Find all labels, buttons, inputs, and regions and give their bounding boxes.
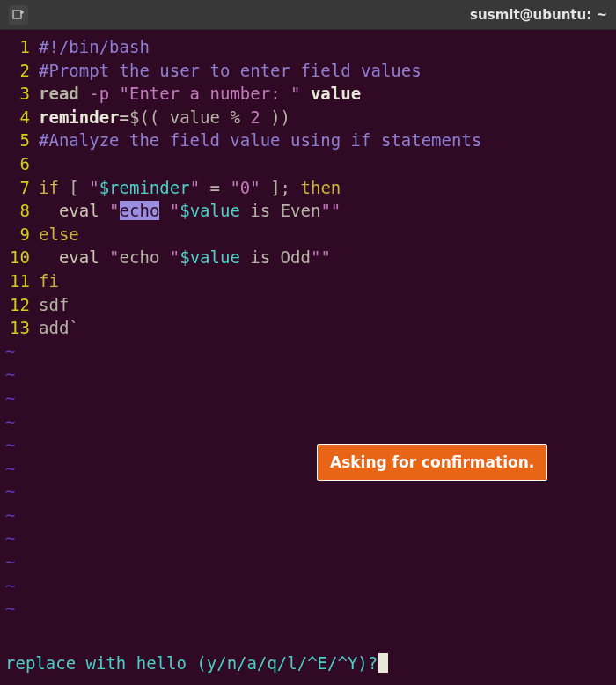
code-line[interactable]: 9else bbox=[0, 223, 616, 247]
empty-buffer-tilde: ~ bbox=[0, 574, 616, 598]
svg-rect-0 bbox=[13, 11, 21, 18]
line-code: #Analyze the field value using if statem… bbox=[39, 129, 481, 152]
cmdline-prompt: replace with hello (y/n/a/q/l/^E/^Y)? bbox=[5, 653, 378, 673]
empty-buffer-tilde: ~ bbox=[0, 363, 616, 387]
line-code: read -p "Enter a number: " value bbox=[39, 82, 361, 106]
code-line[interactable]: 10 eval "echo "$value is Odd"" bbox=[0, 246, 616, 269]
code-line[interactable]: 4reminder=$(( value % 2 )) bbox=[0, 106, 616, 129]
window-title: susmit@ubuntu: ~ bbox=[470, 7, 607, 23]
empty-buffer-tilde: ~ bbox=[0, 340, 616, 364]
line-number: 2 bbox=[0, 59, 39, 83]
line-number: 10 bbox=[0, 246, 39, 269]
line-code: if [ "$reminder" = "0" ]; then bbox=[39, 176, 341, 200]
line-number: 7 bbox=[0, 176, 39, 200]
code-editor[interactable]: 1#!/bin/bash2#Prompt the user to enter f… bbox=[0, 30, 616, 621]
line-code: #!/bin/bash bbox=[39, 35, 150, 59]
annotation-text: Asking for confirmation. bbox=[330, 453, 534, 471]
empty-buffer-tilde: ~ bbox=[0, 387, 616, 410]
line-code: add` bbox=[39, 316, 79, 340]
line-number: 1 bbox=[0, 35, 39, 59]
empty-buffer-tilde: ~ bbox=[0, 504, 616, 527]
line-number: 4 bbox=[0, 106, 39, 129]
line-number: 3 bbox=[0, 82, 39, 106]
cursor bbox=[378, 653, 388, 673]
line-code: else bbox=[39, 223, 79, 247]
line-number: 13 bbox=[0, 316, 39, 340]
line-code: fi bbox=[39, 269, 59, 293]
line-number: 11 bbox=[0, 269, 39, 293]
empty-buffer-tilde: ~ bbox=[0, 550, 616, 574]
line-number: 8 bbox=[0, 199, 39, 223]
line-number: 9 bbox=[0, 223, 39, 247]
code-line[interactable]: 7if [ "$reminder" = "0" ]; then bbox=[0, 176, 616, 200]
line-number: 12 bbox=[0, 293, 39, 317]
code-line[interactable]: 1#!/bin/bash bbox=[0, 35, 616, 59]
code-line[interactable]: 6 bbox=[0, 152, 616, 176]
code-line[interactable]: 13add` bbox=[0, 316, 616, 340]
code-line[interactable]: 3read -p "Enter a number: " value bbox=[0, 82, 616, 106]
line-code: #Prompt the user to enter field values bbox=[39, 59, 422, 83]
line-code: eval "echo "$value is Odd"" bbox=[39, 246, 331, 269]
new-tab-icon[interactable] bbox=[9, 5, 28, 25]
code-line[interactable]: 11fi bbox=[0, 269, 616, 293]
empty-buffer-tilde: ~ bbox=[0, 410, 616, 434]
line-code: eval "echo "$value is Even"" bbox=[39, 199, 341, 223]
annotation-callout: Asking for confirmation. bbox=[317, 444, 547, 481]
line-code: sdf bbox=[39, 293, 69, 317]
empty-buffer-tilde: ~ bbox=[0, 597, 616, 621]
line-number: 5 bbox=[0, 129, 39, 152]
line-number: 6 bbox=[0, 152, 39, 176]
code-line[interactable]: 2#Prompt the user to enter field values bbox=[0, 59, 616, 83]
code-line[interactable]: 8 eval "echo "$value is Even"" bbox=[0, 199, 616, 223]
code-line[interactable]: 5#Analyze the field value using if state… bbox=[0, 129, 616, 152]
code-line[interactable]: 12sdf bbox=[0, 293, 616, 317]
vim-cmdline-area[interactable]: replace with hello (y/n/a/q/l/^E/^Y)? bbox=[2, 653, 616, 673]
titlebar: susmit@ubuntu: ~ bbox=[0, 0, 616, 30]
line-code: reminder=$(( value % 2 )) bbox=[39, 106, 290, 129]
empty-buffer-tilde: ~ bbox=[0, 527, 616, 550]
empty-buffer-tilde: ~ bbox=[0, 480, 616, 504]
